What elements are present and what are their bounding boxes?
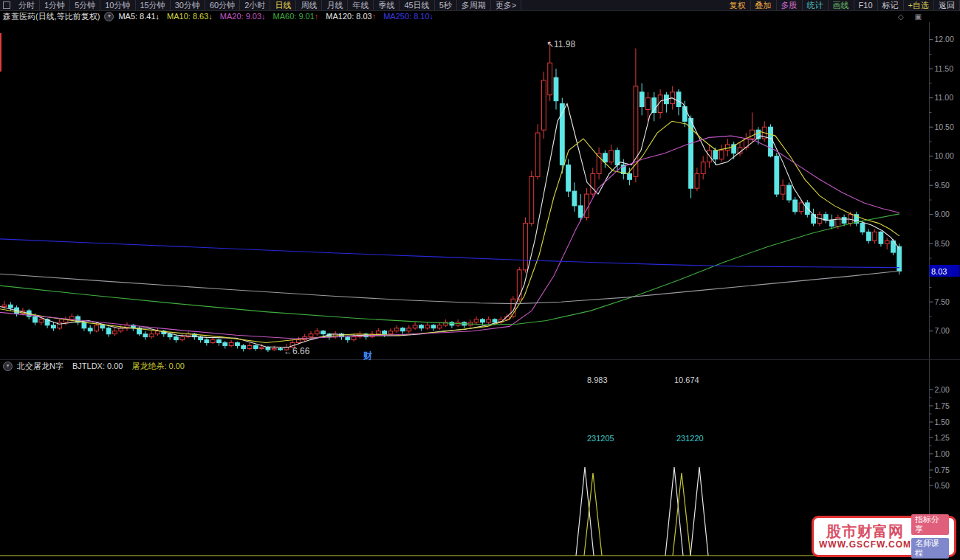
candle-body — [842, 218, 846, 224]
candle-body — [205, 340, 209, 343]
candle-body — [524, 224, 528, 270]
candle-body — [39, 319, 44, 322]
candle-body — [407, 328, 411, 331]
candle-body — [437, 325, 442, 328]
candle-body — [873, 232, 877, 241]
candle-body — [866, 232, 871, 241]
trend-arrow-icon: ↓ — [261, 12, 266, 21]
ma-legend: MA5: 8.41↓MA10: 8.63↓MA20: 9.03↓MA60: 9.… — [118, 11, 441, 22]
corner-icons[interactable]: ◇ ▣ — [898, 11, 926, 22]
menu-item-tool-0[interactable]: 复权 — [725, 0, 751, 10]
indicator-name: 北交屠龙N字 — [17, 361, 64, 372]
edge-candle-fragment — [0, 33, 1, 72]
candle-body — [174, 337, 179, 340]
indicator-field-label: BJTLDX: — [72, 362, 105, 370]
candle-body — [713, 151, 718, 159]
candle-body — [646, 98, 651, 110]
ma-line-ma120 — [0, 271, 899, 303]
indicator-annotation: 8.983 — [587, 376, 608, 384]
candle-body — [431, 325, 436, 328]
menu-item-tool-1[interactable]: 叠加 — [751, 0, 777, 10]
candle-body — [253, 346, 258, 349]
menu-item-period-5[interactable]: 30分钟 — [171, 0, 205, 10]
y-axis-label: 12.00 — [935, 35, 954, 44]
menu-item-period-15[interactable]: 多周期 — [457, 0, 491, 10]
menu-item-period-2[interactable]: 5分钟 — [70, 0, 100, 10]
indicator-field-value: 0.00 — [107, 362, 123, 370]
candle-body — [52, 325, 56, 328]
menu-item-tool-7[interactable]: +自选 — [904, 0, 934, 10]
sub-y-axis-label: 0.50 — [935, 481, 950, 490]
menu-item-period-13[interactable]: 45日线 — [400, 0, 434, 10]
ma-legend-ma120: MA120: 8.03↑ — [326, 11, 376, 22]
sub-y-axis-label: 0.75 — [935, 466, 950, 474]
collapse-main-icon[interactable]: ▾ — [104, 12, 114, 21]
menu-item-tool-2[interactable]: 多股 — [777, 0, 803, 10]
candle-body — [413, 325, 417, 328]
watermark-site-url: WWW.GSCFW.COM — [819, 539, 911, 550]
menu-item-period-7[interactable]: 2小时 — [240, 0, 270, 10]
ma-line-ma60 — [0, 214, 899, 325]
candle-body — [535, 133, 540, 176]
menu-item-period-3[interactable]: 10分钟 — [100, 0, 135, 10]
candle-body — [352, 337, 356, 340]
candle-body — [376, 331, 380, 334]
candle-body — [58, 322, 62, 328]
candle-body — [517, 270, 521, 300]
menu-item-period-10[interactable]: 月线 — [322, 0, 348, 10]
candle-body — [493, 319, 497, 322]
chart-canvas[interactable]: 12.0011.5011.0010.5010.009.509.008.508.0… — [0, 0, 960, 560]
candle-body — [572, 191, 577, 206]
trend-arrow-icon: ↑ — [315, 12, 319, 21]
menu-item-tool-5[interactable]: F10 — [854, 0, 878, 10]
candle-body — [180, 337, 185, 340]
candle-body — [425, 325, 430, 328]
menu-item-period-9[interactable]: 周线 — [296, 0, 322, 10]
collapse-indicator-icon[interactable]: ▾ — [3, 362, 13, 371]
menu-item-tool-3[interactable]: 统计 — [803, 0, 829, 10]
y-axis-label: 11.00 — [935, 93, 954, 102]
menu-item-period-11[interactable]: 年线 — [348, 0, 374, 10]
candle-body — [210, 340, 215, 343]
menu-item-period-16[interactable]: 更多> — [491, 0, 521, 10]
candle-body — [106, 328, 111, 334]
watermark-badges: 指标分享 名师课程 — [911, 514, 949, 559]
ma-line-ma250 — [0, 239, 899, 268]
menu-item-tool-8[interactable]: 返回 — [934, 0, 960, 10]
candle-body — [750, 130, 755, 139]
y-axis-label: 10.50 — [935, 122, 954, 131]
menu-item-period-4[interactable]: 15分钟 — [136, 0, 171, 10]
menu-item-period-6[interactable]: 60分钟 — [205, 0, 240, 10]
indicator-header: ▾ 北交屠龙N字 BJTLDX: 0.00 屠龙绝杀: 0.00 — [3, 361, 185, 372]
candle-body — [609, 151, 614, 162]
candle-body — [260, 348, 264, 349]
watermark-badge: 股市财富网 WWW.GSCFW.COM 指标分享 名师课程 — [812, 516, 956, 557]
candle-body — [168, 334, 172, 337]
candle-body — [787, 185, 792, 200]
y-axis-label: 8.50 — [935, 239, 950, 248]
candle-body — [591, 173, 595, 194]
menu-item-period-1[interactable]: 1分钟 — [40, 0, 70, 10]
candle-body — [88, 328, 92, 331]
menu-item-tool-6[interactable]: 标记 — [878, 0, 904, 10]
menu-item-period-0[interactable]: 分时 — [14, 0, 40, 10]
candle-body — [321, 331, 326, 334]
menu-item-period-14[interactable]: 5秒 — [435, 0, 457, 10]
stock-title: 森萱医药(日线,等比前复权) — [3, 11, 100, 22]
candle-body — [860, 224, 865, 232]
candle-body — [217, 340, 222, 343]
candle-body — [278, 348, 283, 350]
menu-item-period-12[interactable]: 季线 — [374, 0, 400, 10]
candle-body — [640, 92, 644, 107]
indicator-field-value: 0.00 — [169, 362, 185, 370]
window-icon[interactable] — [3, 1, 10, 9]
watermark-badge-top: 指标分享 — [911, 514, 949, 535]
candle-body — [143, 334, 148, 337]
candle-body — [578, 206, 583, 218]
menu-item-tool-4[interactable]: 画线 — [829, 0, 854, 10]
candle-body — [775, 156, 779, 194]
trading-app-window: 12.0011.5011.0010.5010.009.509.008.508.0… — [0, 0, 960, 560]
menu-item-period-8[interactable]: 日线 — [270, 0, 296, 10]
trend-arrow-icon: ↓ — [430, 12, 434, 21]
ma-line-ma10 — [0, 121, 899, 342]
